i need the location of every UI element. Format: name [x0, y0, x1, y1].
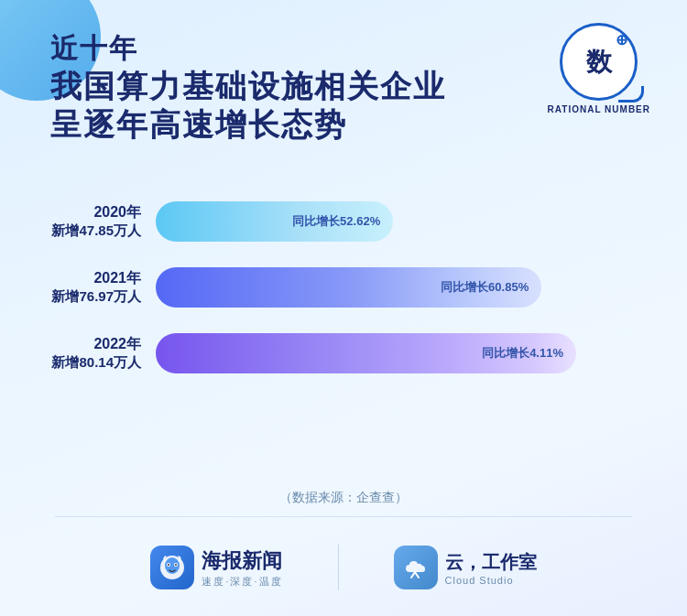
year-2020: 2020年 [37, 203, 141, 222]
bar-percent-2020: 同比增长52.62% [292, 213, 380, 230]
header-section: 近十年 我国算力基础设施相关企业 呈逐年高速增长态势 [50, 27, 446, 145]
bar-label-2021: 2021年 新增76.97万人 [37, 269, 156, 306]
year-2022: 2022年 [37, 335, 141, 354]
haibao-text-group: 海报新闻 速度·深度·温度 [202, 547, 282, 589]
logo-plus-icon: ⊕ [616, 31, 627, 49]
amount-2022: 新增80.14万人 [37, 354, 141, 372]
rational-number-text: RATIONAL NUMBER [548, 104, 650, 114]
bar-label-2022: 2022年 新增80.14万人 [37, 335, 156, 372]
amount-2020: 新增47.85万人 [37, 222, 141, 240]
title-line1: 近十年 [50, 33, 138, 63]
bar-fill-2020: 同比增长52.62% [156, 201, 393, 242]
cloud-studio-icon [394, 546, 438, 589]
logo-separator [338, 545, 339, 590]
svg-point-4 [168, 564, 169, 566]
bar-container-2021: 同比增长60.85% [156, 267, 650, 308]
logo-area: ⊕ 数 RATIONAL NUMBER [548, 23, 650, 114]
haibao-icon [150, 546, 194, 589]
haibao-sub: 速度·深度·温度 [202, 575, 282, 589]
footer-logos: 海报新闻 速度·深度·温度 云，工作室 Cloud Studio [0, 545, 687, 590]
title-line3: 呈逐年高速增长态势 [50, 107, 347, 142]
amount-2021: 新增76.97万人 [37, 288, 141, 306]
source-text: （数据来源：企查查） [0, 490, 687, 506]
logo-circle: ⊕ 数 [560, 23, 638, 101]
haibao-mascot-icon [158, 554, 186, 581]
year-2021: 2021年 [37, 269, 141, 288]
title-line2: 我国算力基础设施相关企业 [50, 69, 446, 103]
cloud-text-group: 云，工作室 Cloud Studio [445, 550, 537, 586]
main-title: 近十年 我国算力基础设施相关企业 呈逐年高速增长态势 [50, 27, 446, 145]
svg-point-5 [175, 564, 177, 566]
cloud-logo: 云，工作室 Cloud Studio [394, 546, 537, 589]
cloud-icon-svg [402, 554, 430, 581]
logo-chinese-char: 数 [586, 45, 611, 80]
cloud-sub: Cloud Studio [445, 575, 537, 586]
bar-row-2021: 2021年 新增76.97万人 同比增长60.85% [37, 267, 650, 308]
bar-fill-2021: 同比增长60.85% [156, 267, 541, 308]
bar-label-2020: 2020年 新增47.85万人 [37, 203, 156, 240]
bar-row-2020: 2020年 新增47.85万人 同比增长52.62% [37, 201, 650, 242]
haibao-logo: 海报新闻 速度·深度·温度 [150, 546, 282, 589]
bar-percent-2022: 同比增长4.11% [482, 345, 563, 362]
chart-section: 2020年 新增47.85万人 同比增长52.62% 2021年 新增76.97… [0, 201, 687, 399]
bar-fill-2022: 同比增长4.11% [156, 333, 576, 373]
bar-container-2020: 同比增长52.62% [156, 201, 650, 242]
bar-percent-2021: 同比增长60.85% [441, 279, 529, 296]
cloud-name: 云，工作室 [445, 550, 537, 575]
haibao-name: 海报新闻 [202, 547, 282, 575]
bar-row-2022: 2022年 新增80.14万人 同比增长4.11% [37, 333, 650, 373]
bar-container-2022: 同比增长4.11% [156, 333, 650, 373]
footer-divider [55, 516, 632, 517]
logo-tail [618, 86, 644, 103]
